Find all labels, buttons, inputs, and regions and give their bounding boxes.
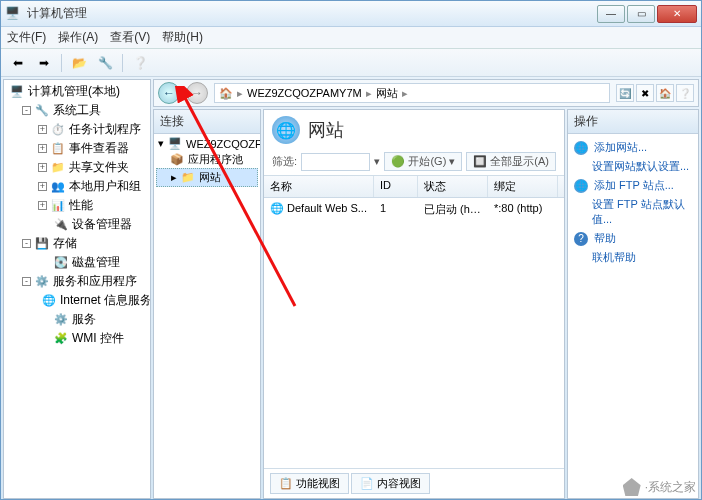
- main-pane: 🌐 网站 筛选: ▾ 🟢开始(G)▾ 🔲全部显示(A) 名称 ID: [263, 109, 565, 499]
- app-icon: 🖥️: [5, 6, 21, 22]
- maximize-button[interactable]: ▭: [627, 5, 655, 23]
- sites-grid: 名称 ID 状态 绑定 🌐 Default Web S... 1 已启动 (ht…: [264, 175, 564, 468]
- action-online-help[interactable]: 联机帮助: [574, 248, 692, 267]
- menu-action[interactable]: 操作(A): [58, 29, 98, 46]
- mmc-tree: 🖥️计算机管理(本地) -🔧系统工具 +⏱️任务计划程序 +📋事件查看器 +📁共…: [3, 79, 151, 499]
- tab-features-view[interactable]: 📋功能视图: [270, 473, 349, 494]
- action-help[interactable]: ?帮助: [574, 229, 692, 248]
- tree-root[interactable]: 🖥️计算机管理(本地): [6, 82, 148, 101]
- tree-localusers[interactable]: +👥本地用户和组: [6, 177, 148, 196]
- tree-services-apps[interactable]: -⚙️服务和应用程序: [6, 272, 148, 291]
- up-icon[interactable]: 📂: [68, 52, 90, 74]
- help-icon[interactable]: ❔: [129, 52, 151, 74]
- tree-scheduler[interactable]: +⏱️任务计划程序: [6, 120, 148, 139]
- forward-icon[interactable]: ➡: [33, 52, 55, 74]
- tree-eventviewer[interactable]: +📋事件查看器: [6, 139, 148, 158]
- filter-input[interactable]: [301, 153, 370, 171]
- tree-shared[interactable]: +📁共享文件夹: [6, 158, 148, 177]
- showall-button[interactable]: 🔲全部显示(A): [466, 152, 556, 171]
- window-controls: — ▭ ✕: [597, 5, 697, 23]
- watermark-icon: [623, 478, 641, 496]
- nav-back-button[interactable]: ←: [158, 82, 180, 104]
- menu-help[interactable]: 帮助(H): [162, 29, 203, 46]
- connections-header: 连接: [154, 110, 260, 134]
- connections-pane: 连接 ▾🖥️WEZ9ZCQOZPAMY7I 📦应用程序池 ▸📁网站: [153, 109, 261, 499]
- addr-home-icon[interactable]: 🏠: [656, 84, 674, 102]
- col-id[interactable]: ID: [374, 176, 418, 197]
- tab-content-view[interactable]: 📄内容视图: [351, 473, 430, 494]
- action-add-ftp[interactable]: 🌐添加 FTP 站点...: [574, 176, 692, 195]
- breadcrumb-host[interactable]: WEZ9ZCQOZPAMY7M: [247, 87, 362, 99]
- menu-file[interactable]: 文件(F): [7, 29, 46, 46]
- page-title: 网站: [308, 118, 344, 142]
- addr-stop-icon[interactable]: ✖: [636, 84, 654, 102]
- breadcrumb[interactable]: 🏠 ▸ WEZ9ZCQOZPAMY7M ▸ 网站 ▸: [214, 83, 610, 103]
- filter-label: 筛选:: [272, 154, 297, 169]
- action-site-defaults[interactable]: 设置网站默认设置...: [574, 157, 692, 176]
- ftp-icon: 🌐: [574, 179, 588, 193]
- col-binding[interactable]: 绑定: [488, 176, 558, 197]
- table-row[interactable]: 🌐 Default Web S... 1 已启动 (ht... *:80 (ht…: [264, 198, 564, 221]
- address-bar: ← → 🏠 ▸ WEZ9ZCQOZPAMY7M ▸ 网站 ▸ 🔄 ✖ 🏠 ❔: [153, 79, 699, 107]
- minimize-button[interactable]: —: [597, 5, 625, 23]
- close-button[interactable]: ✕: [657, 5, 697, 23]
- col-name[interactable]: 名称: [264, 176, 374, 197]
- titlebar: 🖥️ 计算机管理 — ▭ ✕: [1, 1, 701, 27]
- help-circle-icon: ?: [574, 232, 588, 246]
- nav-forward-button[interactable]: →: [186, 82, 208, 104]
- home-icon: 🏠: [219, 87, 233, 100]
- back-icon[interactable]: ⬅: [7, 52, 29, 74]
- sites-icon: 🌐: [272, 116, 300, 144]
- toolbar: ⬅ ➡ 📂 🔧 ❔: [1, 49, 701, 77]
- go-button[interactable]: 🟢开始(G)▾: [384, 152, 462, 171]
- conn-host[interactable]: ▾🖥️WEZ9ZCQOZPAMY7I: [156, 136, 258, 151]
- actions-pane: 操作 🌐添加网站... 设置网站默认设置... 🌐添加 FTP 站点... 设置…: [567, 109, 699, 499]
- menubar: 文件(F) 操作(A) 查看(V) 帮助(H): [1, 27, 701, 49]
- menu-view[interactable]: 查看(V): [110, 29, 150, 46]
- refresh-icon[interactable]: 🔧: [94, 52, 116, 74]
- tree-diskmgmt[interactable]: 💽磁盘管理: [6, 253, 148, 272]
- tree-systools[interactable]: -🔧系统工具: [6, 101, 148, 120]
- tree-perf[interactable]: +📊性能: [6, 196, 148, 215]
- col-status[interactable]: 状态: [418, 176, 488, 197]
- site-icon: 🌐: [270, 202, 284, 214]
- conn-apppools[interactable]: 📦应用程序池: [156, 151, 258, 168]
- addr-refresh-icon[interactable]: 🔄: [616, 84, 634, 102]
- addr-help-icon[interactable]: ❔: [676, 84, 694, 102]
- action-ftp-defaults[interactable]: 设置 FTP 站点默认值...: [574, 195, 692, 229]
- tree-wmi[interactable]: 🧩WMI 控件: [6, 329, 148, 348]
- tree-services[interactable]: ⚙️服务: [6, 310, 148, 329]
- conn-sites[interactable]: ▸📁网站: [156, 168, 258, 187]
- breadcrumb-node[interactable]: 网站: [376, 86, 398, 101]
- watermark: ·系统之家: [623, 478, 696, 496]
- actions-header: 操作: [568, 110, 698, 134]
- globe-icon: 🌐: [574, 141, 588, 155]
- tree-devmgr[interactable]: 🔌设备管理器: [6, 215, 148, 234]
- tree-iis[interactable]: 🌐Internet 信息服务(IIS)管: [6, 291, 148, 310]
- tree-storage[interactable]: -💾存储: [6, 234, 148, 253]
- action-add-site[interactable]: 🌐添加网站...: [574, 138, 692, 157]
- window-title: 计算机管理: [27, 5, 597, 22]
